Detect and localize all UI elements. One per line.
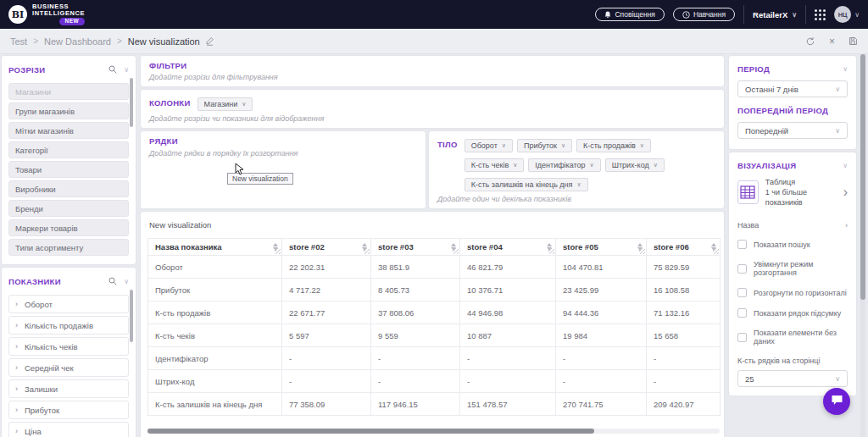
column-resize-handle[interactable]: [639, 248, 645, 254]
dimensions-list: МагазиниГрупи магазинівМітки магазинівКа…: [8, 83, 129, 256]
notifications-label: Сповіщення: [615, 10, 655, 19]
dimension-item[interactable]: Категорії: [8, 141, 129, 158]
column-header[interactable]: store #06: [647, 239, 721, 256]
previous-period-select[interactable]: Попередній ∨: [737, 122, 848, 139]
logo-text: BUSINESS INTELLIGENCE NEW: [32, 3, 85, 25]
collapse-chevron-icon[interactable]: ∨: [843, 65, 848, 73]
notifications-button[interactable]: Сповіщення: [595, 8, 665, 21]
app-logo[interactable]: BI BUSINESS INTELLIGENCE NEW: [8, 3, 85, 25]
breadcrumb-item-dashboard[interactable]: New Dashboard: [44, 36, 111, 47]
option-checkbox-row[interactable]: Розгорнути по горизонталі: [737, 288, 848, 297]
column-resize-handle[interactable]: [713, 248, 719, 254]
apps-grid-icon[interactable]: [815, 9, 826, 20]
body-zone[interactable]: ТІЛО Оборот∨Прибуток∨К-сть продажів∨К-ст…: [429, 131, 724, 208]
dimension-item[interactable]: Групи магазинів: [8, 102, 129, 119]
visualization-type-row[interactable]: Таблиця 1 чи більше показників ›: [737, 177, 848, 207]
metric-item[interactable]: ›Залишки: [8, 379, 129, 398]
close-icon[interactable]: ×: [829, 36, 835, 47]
column-header[interactable]: store #05: [556, 239, 647, 256]
checkbox-icon[interactable]: [737, 240, 747, 249]
dimension-item[interactable]: Виробники: [8, 180, 129, 197]
metric-item[interactable]: ›Кількість чеків: [8, 337, 129, 356]
dimension-item[interactable]: Бренди: [8, 200, 129, 217]
breadcrumb-item-test[interactable]: Test: [10, 36, 27, 47]
metric-item-label: Середній чек: [25, 363, 74, 373]
checkbox-icon[interactable]: [737, 264, 747, 274]
table-row: Ідентифікатор-----: [148, 347, 721, 370]
metrics-scrollbar[interactable]: [130, 290, 133, 342]
dimension-item[interactable]: Типи асортименту: [8, 239, 129, 256]
dimension-item[interactable]: Маркери товарів: [8, 219, 129, 236]
horizontal-scrollbar-thumb[interactable]: [147, 429, 594, 434]
name-settings-row[interactable]: Назва ›: [737, 216, 848, 235]
metric-item[interactable]: ›Прибуток: [8, 401, 129, 419]
metrics-panel: ПОКАЗНИКИ ∨ ›Оборот›Кількість продажів›К…: [2, 268, 136, 437]
top-bar: BI BUSINESS INTELLIGENCE NEW Сповіщення …: [0, 0, 868, 29]
expand-chevron-icon: ›: [15, 321, 18, 329]
rows-per-page-select[interactable]: 25 ∨: [737, 370, 848, 387]
column-header[interactable]: store #03: [371, 239, 460, 256]
chat-button[interactable]: [823, 388, 850, 415]
tenant-selector[interactable]: RetailerX ∨: [753, 10, 797, 19]
value-cell: 15 658: [647, 324, 721, 347]
horizontal-scrollbar[interactable]: [147, 429, 720, 434]
period-select[interactable]: Останні 7 днів ∨: [737, 80, 848, 97]
column-resize-handle[interactable]: [275, 248, 281, 254]
page-scrollbar-thumb[interactable]: [860, 54, 865, 300]
body-chip[interactable]: К-сть чеків∨: [465, 158, 525, 172]
option-checkbox-row[interactable]: Показати пошук: [737, 240, 848, 249]
collapse-chevron-icon[interactable]: ∨: [124, 278, 129, 285]
option-checkbox-row[interactable]: Показати елементи без даних: [737, 329, 848, 346]
filters-zone[interactable]: ФІЛЬТРИ Додайте розрізи для фільтрування: [141, 56, 724, 86]
body-chip[interactable]: Прибуток∨: [517, 139, 572, 152]
value-cell: -: [282, 370, 371, 393]
option-checkbox-row[interactable]: Увімкнути режим розгортання: [737, 260, 848, 277]
column-resize-handle[interactable]: [453, 248, 459, 254]
edit-title-icon[interactable]: [205, 36, 214, 46]
save-icon[interactable]: [849, 36, 858, 46]
column-resize-handle[interactable]: [548, 248, 554, 254]
metric-item-label: Залишки: [25, 384, 58, 394]
checkbox-icon[interactable]: [737, 333, 747, 342]
chevron-down-icon: ∨: [835, 127, 840, 135]
columns-zone[interactable]: КОЛОНКИ Магазини∨ Додайте розрізи чи пок…: [141, 90, 724, 128]
user-menu[interactable]: НЦ ∨: [834, 6, 860, 23]
dimensions-scrollbar[interactable]: [130, 78, 133, 127]
visualization-title[interactable]: New visualization: [149, 220, 717, 230]
chevron-down-icon: ∨: [502, 142, 506, 149]
column-header[interactable]: store #02: [282, 239, 371, 256]
value-cell: 22 671.77: [282, 301, 371, 324]
body-chip[interactable]: Ідентифікатор∨: [528, 158, 600, 172]
column-resize-handle[interactable]: [364, 248, 370, 254]
collapse-chevron-icon[interactable]: ∨: [843, 162, 848, 169]
dimension-item[interactable]: Мітки магазинів: [8, 122, 129, 139]
checkbox-icon[interactable]: [737, 308, 747, 318]
page-scrollbar[interactable]: [860, 54, 865, 437]
metric-item-label: Ціна: [25, 427, 42, 436]
metric-item[interactable]: ›Оборот: [8, 295, 129, 313]
training-button[interactable]: Навчання: [673, 8, 735, 21]
main-content: ФІЛЬТРИ Додайте розрізи для фільтрування…: [141, 56, 724, 437]
search-icon[interactable]: [108, 62, 117, 77]
body-chip[interactable]: К-сть продажів∨: [576, 139, 651, 152]
body-chip[interactable]: К-сть залишків на кінець дня∨: [465, 178, 588, 191]
option-checkbox-row[interactable]: Показати рядок підсумку: [737, 308, 848, 318]
column-header[interactable]: Назва показника: [148, 239, 282, 256]
body-chip[interactable]: Оборот∨: [465, 139, 513, 152]
rows-zone[interactable]: РЯДКИ Додайте рядки в порядку їх розгорт…: [141, 131, 426, 208]
dimension-item[interactable]: Магазини: [8, 83, 129, 100]
metric-item[interactable]: ›Ціна: [8, 422, 129, 437]
body-chip[interactable]: Штрих-код∨: [605, 158, 665, 172]
metric-item[interactable]: ›Кількість продажів: [8, 316, 129, 335]
metrics-list: ›Оборот›Кількість продажів›Кількість чек…: [8, 295, 129, 437]
columns-chip[interactable]: Магазини∨: [198, 97, 253, 111]
checkbox-icon[interactable]: [737, 288, 747, 297]
column-header-label: store #02: [289, 242, 325, 252]
column-header[interactable]: store #04: [460, 239, 556, 256]
search-icon[interactable]: [108, 274, 117, 289]
dimension-item[interactable]: Товари: [8, 161, 129, 178]
table-row: Прибуток4 717.228 405.7310 376.7123 425.…: [148, 279, 721, 301]
collapse-chevron-icon[interactable]: ∨: [124, 66, 129, 74]
metric-item[interactable]: ›Середній чек: [8, 358, 129, 377]
refresh-icon[interactable]: [805, 36, 815, 47]
